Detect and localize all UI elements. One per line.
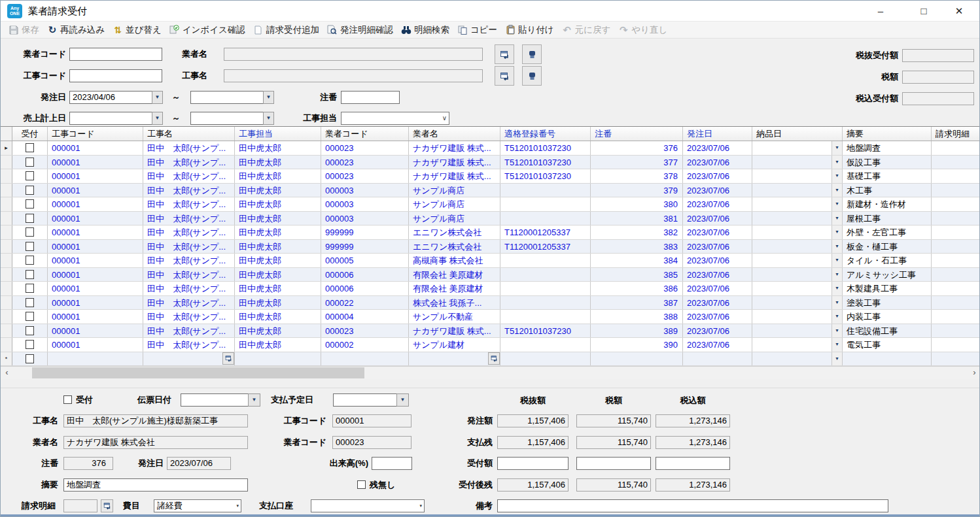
cell-order-date[interactable]: 2023/07/06 — [683, 324, 752, 338]
payment-account-select[interactable]: ▾ — [311, 499, 425, 512]
delivery-date-dropdown[interactable]: ▼ — [831, 184, 842, 197]
cell-delivery-date[interactable]: ▼ — [752, 296, 843, 310]
accept-checkbox[interactable] — [26, 242, 34, 251]
order-detail-button[interactable]: 発注明細確認 — [323, 23, 397, 37]
cell-project-code[interactable]: 000001 — [48, 310, 143, 324]
cell-order-no[interactable]: 384 — [591, 254, 683, 267]
cell-project-manager[interactable]: 田中虎太郎 — [235, 240, 321, 254]
cell-vendor-name[interactable]: サンプル商店 — [409, 184, 500, 197]
cell-project-manager[interactable]: 田中虎太郎 — [235, 254, 321, 267]
cell-project-manager[interactable]: 田中虎太郎 — [235, 169, 321, 183]
accept-checkbox[interactable] — [26, 354, 34, 363]
delivery-date-dropdown[interactable]: ▼ — [831, 282, 842, 295]
cell-vendor-name[interactable]: ナカザワ建販 株式... — [409, 156, 500, 169]
delivery-date-dropdown[interactable]: ▼ — [831, 352, 842, 366]
cell-project-manager[interactable]: 田中虎太郎 — [235, 141, 321, 155]
accept-checkbox[interactable] — [26, 143, 34, 152]
column-header-invoice-detail[interactable]: 請求明細 — [932, 127, 980, 141]
cell-vendor-name[interactable]: サンプル商店 — [409, 212, 500, 225]
cell-vendor-name[interactable]: サンプル不動産 — [409, 310, 500, 324]
delivery-date-dropdown[interactable]: ▼ — [831, 338, 842, 352]
cell-reg-number[interactable] — [500, 212, 591, 225]
row-selector[interactable] — [1, 282, 12, 295]
delivery-date-dropdown[interactable]: ▼ — [831, 156, 842, 169]
project-lookup-button[interactable] — [495, 66, 514, 86]
cell-project-code[interactable]: 000001 — [48, 296, 143, 310]
cell-project-name[interactable]: 田中 太郎(サンプ... — [143, 310, 235, 324]
row-selector[interactable] — [1, 268, 12, 282]
cell-vendor-code[interactable]: 999999 — [321, 225, 409, 239]
cell-vendor-name[interactable]: エニワン株式会社 — [409, 240, 500, 254]
sales-date-to-dropdown[interactable]: ▼ — [263, 112, 274, 125]
cell-summary[interactable]: 木工事 — [843, 184, 932, 197]
slip-date-dropdown[interactable]: ▼ — [248, 393, 260, 407]
accept-amount-tax-input[interactable] — [576, 457, 651, 470]
cell-project-manager[interactable]: 田中虎太郎 — [235, 338, 321, 352]
cell-project-code[interactable]: 000001 — [48, 212, 143, 225]
row-selector[interactable] — [1, 197, 12, 211]
order-date-from-dropdown[interactable]: ▼ — [152, 91, 163, 104]
order-no-filter-input[interactable] — [341, 91, 400, 104]
cell-vendor-name[interactable]: 有限会社 美原建材 — [409, 282, 500, 295]
cell-order-date[interactable] — [683, 352, 752, 366]
column-header-summary[interactable]: 摘要 — [843, 127, 932, 141]
accept-checkbox[interactable] — [26, 214, 34, 223]
row-selector[interactable] — [1, 296, 12, 310]
cell-delivery-date[interactable]: ▼ — [752, 352, 843, 366]
vendor-lookup-button[interactable] — [495, 44, 514, 64]
add-receipt-button[interactable]: 請求受付追加 — [249, 23, 323, 37]
cell-invoice-detail[interactable] — [932, 184, 980, 197]
cell-delivery-date[interactable]: ▼ — [752, 282, 843, 295]
cell-vendor-name[interactable]: ナカザワ建販 株式... — [409, 169, 500, 183]
cell-summary[interactable]: 仮設工事 — [843, 156, 932, 169]
cell-invoice-detail[interactable] — [932, 338, 980, 352]
cell-vendor-code[interactable]: 000023 — [321, 324, 409, 338]
row-selector[interactable] — [1, 254, 12, 267]
cell-order-date[interactable]: 2023/07/06 — [683, 296, 752, 310]
cell-vendor-code[interactable]: 000023 — [321, 156, 409, 169]
accept-amount-incl-input[interactable] — [656, 457, 730, 470]
column-header-reg-number[interactable]: 適格登録番号 — [500, 127, 591, 141]
cell-project-name[interactable]: 田中 太郎(サンプ... — [143, 240, 235, 254]
cell-project-code[interactable]: 000001 — [48, 254, 143, 267]
cell-reg-number[interactable] — [500, 282, 591, 295]
accept-checkbox[interactable] — [26, 199, 34, 208]
cell-project-manager[interactable]: 田中虎太郎 — [235, 212, 321, 225]
cell-invoice-detail[interactable] — [932, 225, 980, 239]
cell-order-date[interactable]: 2023/07/06 — [683, 212, 752, 225]
copy-button[interactable]: コピー — [453, 23, 501, 37]
cell-project-code[interactable]: 000001 — [48, 268, 143, 282]
cell-summary[interactable]: アルミサッシ工事 — [843, 268, 932, 282]
cell-project-code[interactable]: 000001 — [48, 156, 143, 169]
row-selector[interactable] — [1, 338, 12, 352]
row-selector[interactable]: ▸ — [1, 141, 12, 155]
accept-checkbox[interactable] — [26, 186, 34, 195]
cell-vendor-name[interactable]: サンプル建材 — [409, 338, 500, 352]
cell-order-no[interactable]: 378 — [591, 169, 683, 183]
cell-vendor-name[interactable]: 株式会社 我孫子... — [409, 296, 500, 310]
cell-invoice-detail[interactable] — [932, 324, 980, 338]
delivery-date-dropdown[interactable]: ▼ — [831, 324, 842, 338]
cell-order-no[interactable]: 385 — [591, 268, 683, 282]
cell-vendor-name[interactable] — [409, 352, 500, 366]
row-selector[interactable] — [1, 240, 12, 254]
cell-vendor-name[interactable]: ナカザワ建販 株式... — [409, 324, 500, 338]
cell-project-manager[interactable]: 田中虎太郎 — [235, 197, 321, 211]
row-selector[interactable] — [1, 156, 12, 169]
cell-reg-number[interactable]: T1120001205337 — [500, 225, 591, 239]
cell-order-no[interactable]: 379 — [591, 184, 683, 197]
cell-reg-number[interactable] — [500, 254, 591, 267]
cell-summary[interactable]: 内装工事 — [843, 310, 932, 324]
accept-checkbox[interactable] — [26, 312, 34, 321]
cell-order-no[interactable]: 382 — [591, 225, 683, 239]
cell-invoice-detail[interactable] — [932, 310, 980, 324]
accept-checkbox[interactable] — [26, 284, 34, 293]
cell-project-code[interactable]: 000001 — [48, 184, 143, 197]
cell-order-date[interactable]: 2023/07/06 — [683, 169, 752, 183]
accept-checkbox[interactable] — [26, 158, 34, 167]
cell-project-code[interactable]: 000001 — [48, 197, 143, 211]
cell-order-date[interactable]: 2023/07/06 — [683, 310, 752, 324]
row-selector[interactable] — [1, 212, 12, 225]
cell-project-name[interactable] — [143, 352, 235, 366]
delivery-date-dropdown[interactable]: ▼ — [831, 310, 842, 324]
